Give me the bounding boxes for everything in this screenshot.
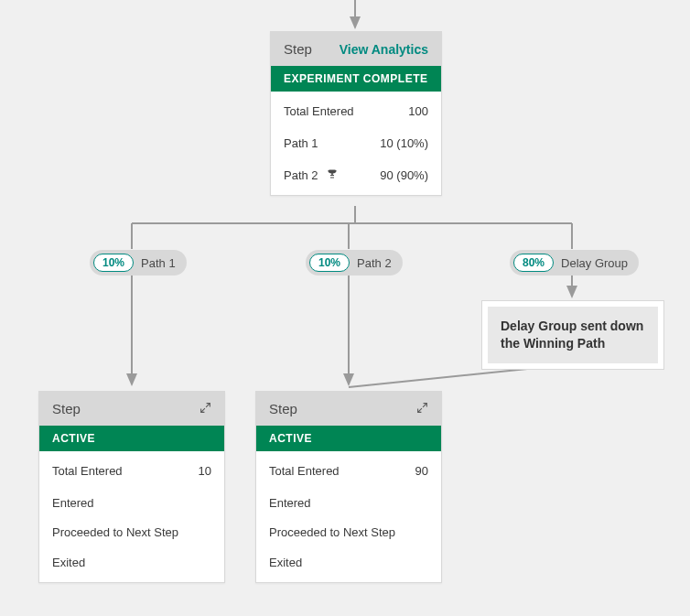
label-total-entered: Total Entered (52, 464, 199, 478)
row-entered: Entered (39, 487, 224, 519)
value-total-entered: 10 (199, 464, 211, 478)
value-total-entered: 90 (415, 464, 428, 478)
expand-icon[interactable] (416, 401, 428, 416)
card-header: Step (39, 392, 224, 426)
label-total-entered: Total Entered (284, 104, 408, 118)
pill-path2-label: Path 2 (357, 256, 392, 270)
row-exited: Exited (256, 546, 441, 578)
label-entered: Entered (269, 496, 428, 510)
row-total-entered: Total Entered 10 (39, 455, 224, 487)
delay-group-note-text: Delay Group sent down the Winning Path (488, 307, 658, 363)
label-total-entered: Total Entered (269, 464, 415, 478)
row-exited: Exited (39, 546, 224, 578)
pill-path1-label: Path 1 (141, 256, 176, 270)
card-body: Total Entered 90 Entered Proceeded to Ne… (256, 451, 441, 582)
label-proceeded: Proceeded to Next Step (269, 524, 428, 541)
view-analytics-link[interactable]: View Analytics (340, 42, 428, 57)
experiment-step-card: Step View Analytics EXPERIMENT COMPLETE … (270, 31, 442, 196)
row-proceeded: Proceeded to Next Step (39, 519, 224, 546)
card-header: Step View Analytics (271, 32, 441, 66)
pill-path1-pct: 10% (93, 254, 134, 272)
card-title: Step (284, 41, 312, 57)
path2-step-card: Step ACTIVE Total Entered 90 Entered Pro… (255, 391, 442, 583)
label-entered: Entered (52, 496, 211, 510)
label-path1: Path 1 (284, 136, 380, 150)
value-path2: 90 (90%) (380, 168, 428, 182)
status-active: ACTIVE (39, 426, 224, 451)
trophy-icon (327, 168, 338, 182)
label-path2: Path 2 (284, 168, 380, 182)
label-exited: Exited (269, 556, 428, 569)
delay-group-note: Delay Group sent down the Winning Path (481, 300, 664, 370)
pill-path2: 10% Path 2 (306, 250, 403, 276)
row-entered: Entered (256, 487, 441, 519)
pill-delay-group: 80% Delay Group (510, 250, 639, 276)
label-exited: Exited (52, 556, 211, 569)
row-proceeded: Proceeded to Next Step (256, 519, 441, 546)
status-active: ACTIVE (256, 426, 441, 451)
row-total-entered: Total Entered 90 (256, 455, 441, 487)
row-path1: Path 1 10 (10%) (271, 127, 441, 159)
label-proceeded: Proceeded to Next Step (52, 524, 211, 541)
pill-delay-pct: 80% (513, 254, 554, 272)
card-title: Step (269, 401, 297, 416)
pill-path1: 10% Path 1 (90, 250, 187, 276)
card-header: Step (256, 392, 441, 426)
row-total-entered: Total Entered 100 (271, 95, 441, 127)
pill-path2-pct: 10% (309, 254, 350, 272)
row-path2-winner: Path 2 90 (90%) (271, 159, 441, 191)
status-experiment-complete: EXPERIMENT COMPLETE (271, 66, 441, 92)
pill-delay-label: Delay Group (561, 256, 628, 270)
value-total-entered: 100 (408, 104, 428, 118)
expand-icon[interactable] (199, 401, 211, 416)
card-body: Total Entered 100 Path 1 10 (10%) Path 2… (271, 92, 441, 195)
value-path1: 10 (10%) (380, 136, 428, 150)
path1-step-card: Step ACTIVE Total Entered 10 Entered Pro… (38, 391, 225, 583)
card-body: Total Entered 10 Entered Proceeded to Ne… (39, 451, 224, 582)
card-title: Step (52, 401, 81, 416)
